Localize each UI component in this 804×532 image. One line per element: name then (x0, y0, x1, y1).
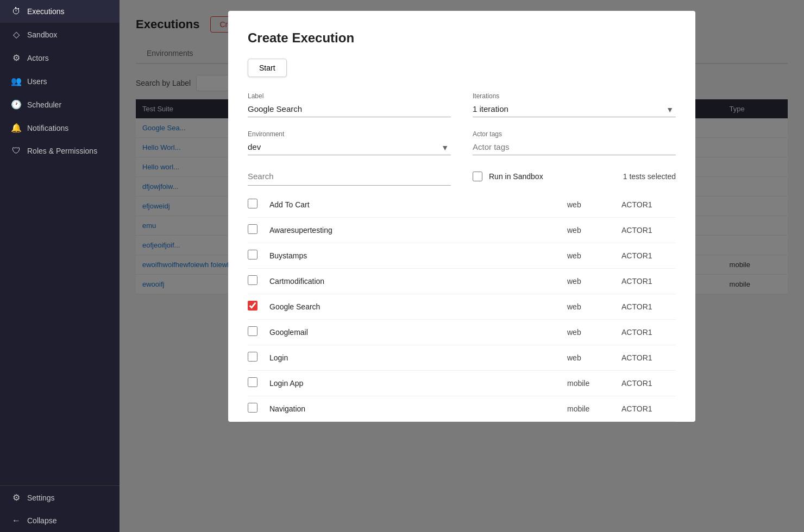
test-type: web (567, 251, 621, 260)
test-actor: ACTOR1 (621, 328, 676, 337)
sidebar-item-settings[interactable]: ⚙ Settings (0, 486, 120, 509)
test-checkbox-wrapper (248, 301, 269, 313)
iterations-field-label: Iterations (473, 92, 676, 100)
test-type: mobile (567, 379, 621, 388)
test-checkbox-input[interactable] (248, 250, 257, 259)
test-name: Buystamps (269, 251, 567, 260)
tests-selected-count: 1 tests selected (623, 172, 676, 181)
notifications-icon: 🔔 (11, 123, 22, 133)
test-actor: ACTOR1 (621, 226, 676, 235)
test-checkbox-input[interactable] (248, 301, 257, 311)
test-checkbox-input[interactable] (248, 403, 257, 413)
test-checkbox-input[interactable] (248, 352, 257, 362)
modal-title: Create Execution (248, 30, 676, 46)
users-icon: 👥 (11, 76, 22, 86)
sidebar-item-label: Notifications (27, 124, 68, 132)
test-checkbox-wrapper (248, 275, 269, 287)
sidebar: ⏱ Executions ◇ Sandbox ⚙ Actors 👥 Users … (0, 0, 120, 532)
test-actor: ACTOR1 (621, 251, 676, 260)
iterations-select[interactable]: 1 iteration 2 iterations 3 iterations 5 … (473, 102, 676, 117)
test-list-item: Buystamps web ACTOR1 (248, 243, 676, 269)
test-checkbox-wrapper (248, 352, 269, 364)
test-name: Google Search (269, 302, 567, 311)
test-name: Cartmodification (269, 277, 567, 286)
sidebar-item-sandbox[interactable]: ◇ Sandbox (0, 23, 120, 46)
test-name: Awaresupertesting (269, 226, 567, 235)
test-list-item: Add To Cart web ACTOR1 (248, 192, 676, 218)
test-search-input[interactable] (248, 168, 451, 186)
sidebar-item-label: Scheduler (27, 100, 61, 109)
test-actor: ACTOR1 (621, 404, 676, 413)
sidebar-item-notifications[interactable]: 🔔 Notifications (0, 116, 120, 140)
test-list-item: Googlemail web ACTOR1 (248, 320, 676, 345)
test-name: Add To Cart (269, 200, 567, 209)
sidebar-item-users[interactable]: 👥 Users (0, 69, 120, 93)
test-type: web (567, 200, 621, 209)
test-type: web (567, 328, 621, 337)
test-type: web (567, 277, 621, 286)
test-list-item: Cartmodification web ACTOR1 (248, 269, 676, 294)
test-name: Login (269, 353, 567, 362)
executions-icon: ⏱ (11, 7, 22, 16)
label-field-label: Label (248, 92, 451, 100)
test-type: web (567, 226, 621, 235)
environment-select[interactable]: dev staging production (248, 140, 451, 155)
test-checkbox-wrapper (248, 326, 269, 338)
sidebar-item-label: Sandbox (27, 30, 57, 39)
test-list-item: Navigation mobile ACTOR1 (248, 396, 676, 422)
test-checkbox-wrapper (248, 250, 269, 262)
actors-icon: ⚙ (11, 53, 22, 63)
sidebar-item-label: Roles & Permissions (27, 147, 97, 155)
scheduler-icon: 🕐 (11, 99, 22, 110)
test-list-item: Login web ACTOR1 (248, 345, 676, 371)
test-name: Navigation (269, 404, 567, 413)
test-checkbox-wrapper (248, 377, 269, 389)
sidebar-item-collapse[interactable]: ← Collapse (0, 509, 120, 532)
actor-tags-input[interactable] (473, 140, 676, 155)
test-checkbox-wrapper (248, 224, 269, 236)
sidebar-item-label: Actors (27, 54, 49, 62)
sidebar-item-scheduler[interactable]: 🕐 Scheduler (0, 93, 120, 116)
modal-overlay: Create Execution Start Label Iterations … (120, 0, 804, 532)
sidebar-item-label: Collapse (27, 516, 56, 525)
roles-icon: 🛡 (11, 146, 22, 156)
run-in-sandbox-label[interactable]: Run in Sandbox (489, 172, 543, 181)
main-content: Executions Create Environments Search by… (120, 0, 804, 532)
test-name: Googlemail (269, 328, 567, 337)
actor-tags-label: Actor tags (473, 130, 676, 138)
test-checkbox-input[interactable] (248, 224, 257, 234)
test-checkbox-input[interactable] (248, 275, 257, 285)
test-type: web (567, 353, 621, 362)
sandbox-icon: ◇ (11, 29, 22, 40)
label-input[interactable] (248, 102, 451, 117)
test-actor: ACTOR1 (621, 353, 676, 362)
sidebar-item-label: Executions (27, 7, 64, 16)
test-list-item: Google Search web ACTOR1 (248, 294, 676, 320)
environment-field-label: Environment (248, 130, 451, 138)
test-actor: ACTOR1 (621, 379, 676, 388)
create-execution-modal: Create Execution Start Label Iterations … (228, 11, 695, 422)
sidebar-item-label: Users (27, 77, 47, 86)
test-type: web (567, 302, 621, 311)
test-checkbox-input[interactable] (248, 326, 257, 336)
run-in-sandbox-checkbox[interactable] (473, 172, 482, 181)
test-checkbox-input[interactable] (248, 199, 257, 208)
test-checkbox-input[interactable] (248, 377, 257, 387)
sidebar-item-label: Settings (27, 493, 55, 502)
test-type: mobile (567, 404, 621, 413)
test-checkbox-wrapper (248, 403, 269, 415)
settings-icon: ⚙ (11, 492, 22, 503)
test-actor: ACTOR1 (621, 302, 676, 311)
sidebar-item-roles[interactable]: 🛡 Roles & Permissions (0, 140, 120, 162)
test-name: Login App (269, 379, 567, 388)
test-checkbox-wrapper (248, 199, 269, 211)
test-actor: ACTOR1 (621, 277, 676, 286)
test-list-item: Login App mobile ACTOR1 (248, 371, 676, 396)
sidebar-item-executions[interactable]: ⏱ Executions (0, 0, 120, 23)
sidebar-item-actors[interactable]: ⚙ Actors (0, 46, 120, 69)
test-list: Add To Cart web ACTOR1 Awaresupertesting… (248, 192, 676, 422)
test-actor: ACTOR1 (621, 200, 676, 209)
start-button[interactable]: Start (248, 59, 287, 77)
collapse-icon: ← (11, 516, 22, 525)
test-list-item: Awaresupertesting web ACTOR1 (248, 218, 676, 243)
